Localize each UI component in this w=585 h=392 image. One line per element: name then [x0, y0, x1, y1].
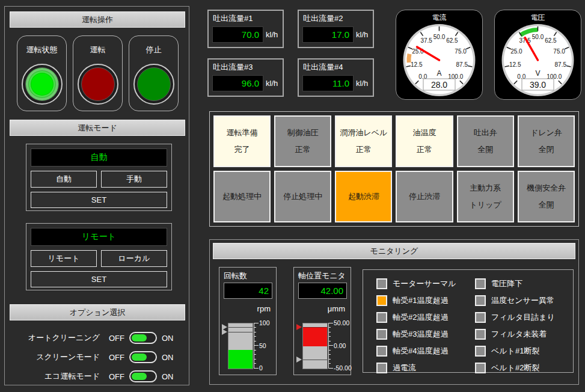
scale-tick — [328, 350, 331, 351]
alarm-column: モーターサーマル軸受#1温度超過軸受#2温度超過軸受#3温度超過軸受#4温度超過… — [376, 275, 456, 376]
scale-tick — [254, 323, 259, 323]
toggle-knob — [132, 373, 147, 380]
alarm-label: 過電流 — [393, 363, 416, 373]
stop-button[interactable]: 停止 — [129, 35, 179, 111]
lamp-ring — [133, 64, 174, 105]
flow-meter-value: 11.0 — [302, 75, 354, 91]
alarm-label: フィルタ未装着 — [491, 329, 547, 340]
status-tile-grid: 運転準備完了制御油圧正常潤滑油レベル正常油温度正常吐出弁全開ドレン弁全閉起動処理… — [209, 111, 579, 227]
tile-line: 正常 — [295, 144, 311, 155]
screen-mode-toggle[interactable] — [129, 351, 157, 363]
svg-text:12.5: 12.5 — [509, 61, 521, 68]
flow-meter-4: 吐出流量#411.0kl/h — [298, 58, 374, 97]
tile-line: 油温度 — [413, 127, 436, 138]
tile-line: 制御油圧 — [287, 127, 319, 138]
toggle-wrap: OFFON — [109, 351, 174, 363]
bar-scale: 50.000.00-50.00 — [328, 323, 351, 368]
tile-line: 潤滑油レベル — [340, 127, 387, 138]
scale-tick — [254, 341, 256, 341]
status-tile-r2c1: 起動処理中 — [213, 171, 271, 222]
status-lamp: 運転状態 — [17, 35, 67, 111]
option-label: スクリーンモード — [10, 352, 100, 363]
options-header: オプション選択 — [10, 304, 185, 320]
alarm-indicator — [475, 329, 486, 340]
flow-meter-value: 70.0 — [212, 26, 263, 43]
bar-track — [302, 323, 328, 369]
flow-meter-value: 17.0 — [302, 26, 354, 43]
status-tile-r2c5: 主動力系トリップ — [457, 171, 514, 222]
alarm-label: 電圧降下 — [491, 278, 522, 289]
flow-meter-3: 吐出流量#396.0kl/h — [207, 58, 284, 97]
manual-button[interactable]: 手動 — [101, 171, 167, 188]
flow-meter-unit: kl/h — [266, 79, 278, 88]
remote-button[interactable]: リモート — [31, 250, 97, 267]
toggle-on-label: ON — [162, 334, 174, 343]
auto-mode-group: 自動自動手動SET — [26, 144, 172, 211]
svg-text:50.0: 50.0 — [532, 34, 544, 40]
bar-fill — [303, 327, 327, 346]
alarm-item: 過電流 — [376, 360, 456, 376]
alarm-indicator — [475, 312, 486, 323]
monitoring-panel: モニタリング 回転数42rpm100500軸位置モニタ42.00μmm50.00… — [209, 239, 579, 385]
scale-tick — [328, 341, 331, 341]
toggle-off-label: OFF — [109, 353, 124, 362]
option-label: オートクリーニング — [10, 332, 100, 343]
svg-text:75.0: 75.0 — [553, 48, 565, 55]
alarm-item: 軸受#4温度超過 — [376, 343, 456, 360]
run-button[interactable]: 運転 — [73, 35, 123, 111]
scale-tick — [328, 323, 333, 323]
lamp-ring — [78, 64, 118, 105]
alarm-label: 軸受#4温度超過 — [393, 346, 448, 357]
auto-cleaning-toggle[interactable] — [129, 332, 157, 344]
svg-text:28.0: 28.0 — [431, 80, 447, 90]
scale-tick — [328, 368, 333, 369]
remote-mode-display: リモート — [31, 228, 167, 246]
scale-tick — [254, 336, 256, 337]
svg-text:A: A — [436, 69, 441, 78]
status-tile-r1c3: 潤滑油レベル正常 — [335, 115, 392, 167]
scale-tick — [328, 354, 331, 355]
toggle-off-label: OFF — [109, 334, 124, 343]
alarm-indicator — [376, 295, 387, 306]
scale-tick-label: 50.00 — [334, 319, 349, 326]
eco-mode-toggle[interactable] — [129, 370, 157, 382]
stop-button-light — [137, 67, 171, 101]
alarm-indicator — [376, 312, 387, 323]
alarm-indicator — [376, 278, 387, 289]
remote-mode-group: リモートリモートローカルSET — [26, 223, 172, 290]
flow-meter-unit: kl/h — [356, 30, 368, 39]
auto-button[interactable]: 自動 — [31, 171, 97, 188]
auto-mode-display: 自動 — [31, 149, 167, 167]
option-label: エコ運転モード — [10, 371, 100, 382]
scale-tick — [254, 345, 259, 346]
marker-triangle — [296, 357, 302, 363]
auto-set-button[interactable]: SET — [31, 192, 167, 208]
remote-set-button[interactable]: SET — [31, 271, 167, 287]
flow-meter-label: 吐出流量#1 — [213, 13, 253, 24]
svg-text:87.5: 87.5 — [555, 61, 567, 68]
status-lamp-light — [25, 67, 59, 101]
marker-line — [303, 360, 327, 360]
alarm-item: 電圧降下 — [475, 275, 555, 292]
toggle-wrap: OFFON — [109, 332, 174, 344]
scale-tick — [328, 336, 331, 337]
bar-label: 軸位置モニタ — [298, 271, 346, 281]
svg-text:50.0: 50.0 — [433, 34, 446, 40]
monitoring-header: モニタリング — [213, 243, 575, 259]
scale-tick — [328, 345, 333, 346]
flow-meter-label: 吐出流量#3 — [213, 62, 253, 73]
marker-line — [228, 332, 253, 332]
tile-line: 正常 — [417, 144, 432, 155]
svg-text:62.5: 62.5 — [545, 37, 557, 44]
rpm-bar-panel: 回転数42rpm100500 — [219, 267, 277, 375]
marker-triangle — [296, 324, 302, 330]
bar-scale: 100500 — [254, 323, 277, 368]
alarm-column: 電圧降下温度センサー異常フィルタ目詰まりフィルタ未装着ベルト#1断裂ベルト#2断… — [475, 275, 555, 376]
alarm-label: フィルタ目詰まり — [491, 312, 555, 323]
local-button[interactable]: ローカル — [101, 250, 167, 267]
bar-value: 42.00 — [298, 283, 347, 299]
lamp-ring — [22, 64, 63, 105]
svg-text:62.5: 62.5 — [446, 37, 458, 44]
scale-tick — [328, 359, 331, 360]
scale-tick — [254, 327, 256, 328]
